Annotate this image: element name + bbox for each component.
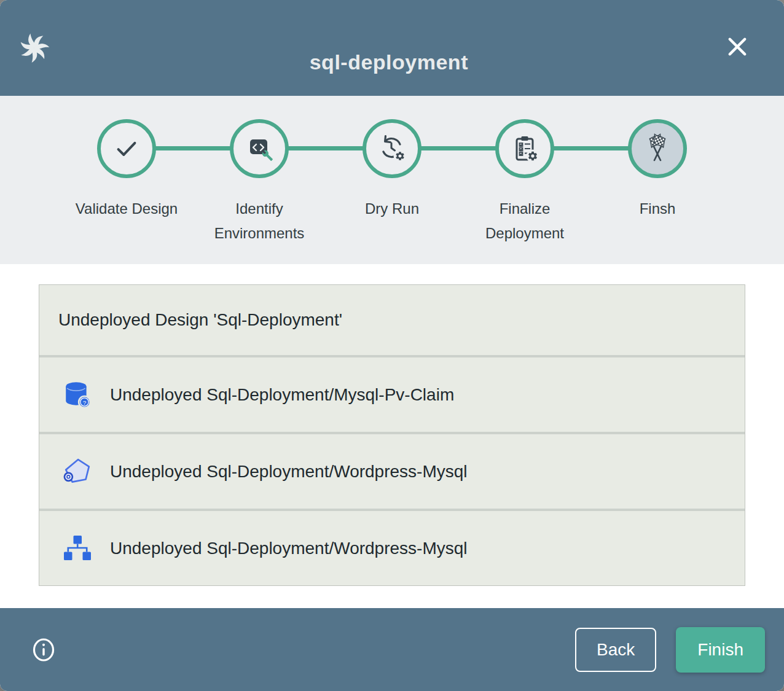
step-label: Dry Run: [338, 197, 446, 221]
step-circle: [495, 119, 554, 178]
finish-button[interactable]: Finish: [676, 627, 765, 673]
result-row-wordpress-mysql-hierarchy: Undeployed Sql-Deployment/Wordpress-Mysq…: [39, 511, 745, 585]
step-finalize-deployment: Finalize Deployment: [458, 119, 591, 246]
step-identify-environments: Identify Environments: [193, 119, 326, 246]
code-wrench-icon: [245, 134, 274, 163]
results-header-text: Undeployed Design 'Sql-Deployment': [58, 310, 342, 330]
dry-run-gear-icon: [377, 134, 407, 163]
deployment-results-list: Undeployed Design 'Sql-Deployment' ? Und…: [39, 284, 745, 586]
dialog-header: sql-deployment: [0, 0, 784, 96]
hierarchy-icon: [62, 536, 93, 561]
step-validate-design: Validate Design: [60, 119, 193, 246]
result-row-mysql-pv-claim: ? Undeployed Sql-Deployment/Mysql-Pv-Cla…: [39, 357, 745, 432]
step-label: Finalize Deployment: [471, 197, 579, 246]
dialog-footer: Back Finish: [0, 608, 784, 691]
step-label: Finsh: [603, 197, 711, 221]
wizard-stepper: Validate Design Identify Environme: [0, 96, 784, 264]
step-circle: [628, 119, 687, 178]
info-icon: [32, 638, 55, 662]
deployment-wizard-dialog: sql-deployment Validate Design: [0, 0, 784, 691]
checkered-flags-icon: [641, 133, 673, 164]
dialog-title: sql-deployment: [310, 50, 468, 74]
result-row-text: Undeployed Sql-Deployment/Wordpress-Mysq…: [110, 462, 468, 482]
meshery-logo-icon: [18, 32, 50, 64]
back-button[interactable]: Back: [575, 628, 656, 672]
info-button[interactable]: [32, 638, 55, 662]
check-icon: [112, 135, 141, 163]
result-row-wordpress-mysql-pod: Undeployed Sql-Deployment/Wordpress-Mysq…: [39, 434, 745, 509]
results-panel: Undeployed Design 'Sql-Deployment' ? Und…: [0, 264, 784, 608]
close-button[interactable]: [723, 32, 752, 61]
clipboard-gear-icon: [510, 134, 539, 163]
result-row-text: Undeployed Sql-Deployment/Mysql-Pv-Claim: [110, 385, 454, 405]
svg-text:?: ?: [83, 399, 87, 405]
step-finish: Finsh: [591, 119, 724, 246]
step-circle: [230, 119, 289, 178]
result-row-text: Undeployed Sql-Deployment/Wordpress-Mysq…: [110, 539, 468, 558]
step-label: Identify Environments: [205, 197, 313, 246]
step-circle: [363, 119, 421, 178]
close-icon: [725, 34, 750, 59]
pod-pentagon-icon: [62, 457, 93, 486]
database-icon: ?: [62, 380, 93, 410]
results-header-row: Undeployed Design 'Sql-Deployment': [39, 285, 745, 355]
step-dry-run: Dry Run: [326, 119, 458, 246]
step-label: Validate Design: [73, 197, 181, 221]
step-circle: [97, 119, 156, 178]
